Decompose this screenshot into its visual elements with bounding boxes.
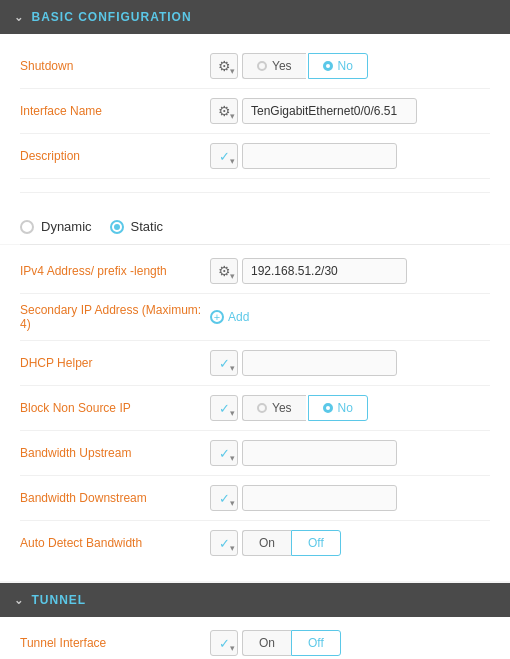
bw-upstream-input[interactable] xyxy=(242,440,397,466)
tunnel-header: ⌄ TUNNEL xyxy=(0,583,510,617)
tunnel-title: TUNNEL xyxy=(32,593,87,607)
mode-selector: Dynamic Static xyxy=(0,209,510,244)
auto-detect-toggle: On Off xyxy=(242,530,341,556)
tunnel-off-btn[interactable]: Off xyxy=(291,630,341,656)
shutdown-label: Shutdown xyxy=(20,59,210,73)
spacer xyxy=(20,179,490,193)
block-ns-no-btn[interactable]: No xyxy=(308,395,368,421)
dynamic-label: Dynamic xyxy=(41,219,92,234)
dhcp-helper-row: DHCP Helper ✓ xyxy=(20,341,490,386)
gear-icon: ⚙ xyxy=(218,58,231,74)
shutdown-controls: ⚙ Yes No xyxy=(210,53,490,79)
bw-upstream-row: Bandwidth Upstream ✓ xyxy=(20,431,490,476)
ipv4-label: IPv4 Address/ prefix -length xyxy=(20,264,210,278)
block-non-source-row: Block Non Source IP ✓ Yes No xyxy=(20,386,490,431)
auto-detect-icon-btn[interactable]: ✓ xyxy=(210,530,238,556)
gear-icon-2: ⚙ xyxy=(218,103,231,119)
description-input[interactable] xyxy=(242,143,397,169)
bw-upstream-controls: ✓ xyxy=(210,440,490,466)
gear-icon-3: ⚙ xyxy=(218,263,231,279)
block-ns-icon-btn[interactable]: ✓ xyxy=(210,395,238,421)
auto-detect-bw-label: Auto Detect Bandwidth xyxy=(20,536,210,550)
static-radio[interactable] xyxy=(110,220,124,234)
static-option[interactable]: Static xyxy=(110,219,164,234)
bw-downstream-label: Bandwidth Downstream xyxy=(20,491,210,505)
plus-icon: + xyxy=(210,310,224,324)
shutdown-no-btn[interactable]: No xyxy=(308,53,368,79)
block-ns-yes-btn[interactable]: Yes xyxy=(242,395,306,421)
interface-name-controls: ⚙ xyxy=(210,98,490,124)
dhcp-icon-btn[interactable]: ✓ xyxy=(210,350,238,376)
bw-up-icon-btn[interactable]: ✓ xyxy=(210,440,238,466)
shutdown-yes-btn[interactable]: Yes xyxy=(242,53,306,79)
basic-config-body: Shutdown ⚙ Yes No Interface Name ⚙ xyxy=(0,34,510,209)
bw-upstream-label: Bandwidth Upstream xyxy=(20,446,210,460)
shutdown-yes-dot xyxy=(257,61,267,71)
shutdown-radio-group: Yes No xyxy=(242,53,368,79)
interface-name-label: Interface Name xyxy=(20,104,210,118)
dhcp-helper-label: DHCP Helper xyxy=(20,356,210,370)
auto-detect-bw-controls: ✓ On Off xyxy=(210,530,490,556)
block-non-source-label: Block Non Source IP xyxy=(20,401,210,415)
description-row: Description ✓ xyxy=(20,134,490,179)
ipv4-controls: ⚙ xyxy=(210,258,490,284)
shutdown-no-dot xyxy=(323,61,333,71)
block-ns-yes-dot xyxy=(257,403,267,413)
tunnel-interface-row: Tunnel Interface ✓ On Off xyxy=(20,621,490,659)
checkmark-icon: ✓ xyxy=(219,149,230,164)
secondary-ip-row: Secondary IP Address (Maximum: 4) + Add xyxy=(20,294,490,341)
bw-downstream-input[interactable] xyxy=(242,485,397,511)
ip-fields-body: IPv4 Address/ prefix -length ⚙ Secondary… xyxy=(0,245,510,581)
tunnel-interface-label: Tunnel Interface xyxy=(20,636,210,650)
interface-name-icon-btn[interactable]: ⚙ xyxy=(210,98,238,124)
ipv4-icon-btn[interactable]: ⚙ xyxy=(210,258,238,284)
checkmark-icon-7: ✓ xyxy=(219,636,230,651)
auto-detect-on-btn[interactable]: On xyxy=(242,530,291,556)
dhcp-helper-controls: ✓ xyxy=(210,350,490,376)
description-controls: ✓ xyxy=(210,143,490,169)
auto-detect-bw-row: Auto Detect Bandwidth ✓ On Off xyxy=(20,521,490,565)
bw-down-icon-btn[interactable]: ✓ xyxy=(210,485,238,511)
ipv4-input[interactable] xyxy=(242,258,407,284)
tunnel-body: Tunnel Interface ✓ On Off xyxy=(0,617,510,659)
interface-name-row: Interface Name ⚙ xyxy=(20,89,490,134)
tunnel-interface-controls: ✓ On Off xyxy=(210,630,490,656)
checkmark-icon-4: ✓ xyxy=(219,446,230,461)
shutdown-icon-btn[interactable]: ⚙ xyxy=(210,53,238,79)
description-label: Description xyxy=(20,149,210,163)
dhcp-helper-input[interactable] xyxy=(242,350,397,376)
block-ns-radio-group: Yes No xyxy=(242,395,368,421)
bw-downstream-controls: ✓ xyxy=(210,485,490,511)
tunnel-on-btn[interactable]: On xyxy=(242,630,291,656)
bw-downstream-row: Bandwidth Downstream ✓ xyxy=(20,476,490,521)
tunnel-interface-toggle: On Off xyxy=(242,630,341,656)
auto-detect-off-btn[interactable]: Off xyxy=(291,530,341,556)
chevron-icon[interactable]: ⌄ xyxy=(14,11,24,24)
checkmark-icon-2: ✓ xyxy=(219,356,230,371)
secondary-ip-label: Secondary IP Address (Maximum: 4) xyxy=(20,303,210,331)
checkmark-icon-3: ✓ xyxy=(219,401,230,416)
tunnel-icon-btn[interactable]: ✓ xyxy=(210,630,238,656)
basic-config-header: ⌄ BASIC CONFIGURATION xyxy=(0,0,510,34)
secondary-ip-add[interactable]: + Add xyxy=(210,310,249,324)
block-non-source-controls: ✓ Yes No xyxy=(210,395,490,421)
dynamic-radio[interactable] xyxy=(20,220,34,234)
ipv4-row: IPv4 Address/ prefix -length ⚙ xyxy=(20,249,490,294)
static-label: Static xyxy=(131,219,164,234)
dynamic-option[interactable]: Dynamic xyxy=(20,219,92,234)
shutdown-row: Shutdown ⚙ Yes No xyxy=(20,44,490,89)
tunnel-chevron-icon[interactable]: ⌄ xyxy=(14,594,24,607)
block-ns-no-dot xyxy=(323,403,333,413)
interface-name-input[interactable] xyxy=(242,98,417,124)
checkmark-icon-6: ✓ xyxy=(219,536,230,551)
secondary-ip-controls: + Add xyxy=(210,310,490,324)
description-icon-btn[interactable]: ✓ xyxy=(210,143,238,169)
checkmark-icon-5: ✓ xyxy=(219,491,230,506)
basic-config-title: BASIC CONFIGURATION xyxy=(32,10,192,24)
